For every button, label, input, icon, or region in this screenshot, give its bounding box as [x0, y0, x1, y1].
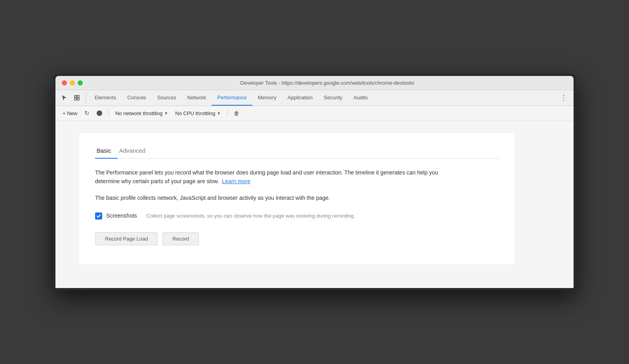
- content-card: Basic Advanced The Performance panel let…: [79, 133, 515, 265]
- description-text-2: The basic profile collects network, Java…: [95, 193, 444, 202]
- tab-application[interactable]: Application: [282, 90, 318, 106]
- cursor-icon[interactable]: [59, 92, 70, 103]
- screenshots-checkbox[interactable]: [95, 212, 102, 220]
- more-tabs-button[interactable]: ⋮: [557, 92, 570, 104]
- network-throttling-dropdown[interactable]: No network throttling ▼: [113, 109, 170, 118]
- tab-elements[interactable]: Elements: [89, 90, 122, 106]
- devtools-body: Elements Console Sources Network Perform…: [55, 90, 574, 288]
- window-title: Developer Tools - https://developers.goo…: [88, 80, 567, 86]
- main-area: Basic Advanced The Performance panel let…: [55, 121, 574, 288]
- separator-2: [227, 109, 227, 117]
- reload-icon: ↻: [84, 110, 90, 117]
- traffic-lights: [62, 80, 83, 85]
- svg-rect-1: [77, 95, 79, 97]
- devtools-window: Developer Tools - https://developers.goo…: [53, 74, 576, 291]
- reload-record-button[interactable]: ↻: [82, 108, 92, 118]
- inner-tabs-bar: Basic Advanced: [95, 144, 499, 159]
- separator-1: [109, 109, 109, 117]
- screenshots-option: Screenshots Collect page screenshots, so…: [95, 212, 499, 220]
- record-button[interactable]: [94, 109, 105, 117]
- new-recording-button[interactable]: + New: [60, 109, 80, 118]
- description-text-1: The Performance panel lets you record wh…: [95, 168, 444, 186]
- performance-toolbar: + New ↻ No network throttling ▼ No CPU t…: [55, 106, 574, 121]
- tab-advanced[interactable]: Advanced: [118, 144, 152, 159]
- learn-more-link[interactable]: Learn more: [222, 178, 251, 184]
- close-button[interactable]: [62, 80, 67, 85]
- tabs-bar: Elements Console Sources Network Perform…: [55, 90, 574, 106]
- tab-icons-group: [59, 92, 86, 103]
- trash-icon: 🗑: [234, 110, 239, 116]
- record-page-load-button[interactable]: Record Page Load: [95, 232, 158, 245]
- record-button-main[interactable]: Record: [162, 232, 199, 245]
- clear-recordings-button[interactable]: 🗑: [231, 109, 242, 118]
- screenshots-text-group: Screenshots Collect page screenshots, so…: [106, 212, 355, 220]
- tab-network[interactable]: Network: [182, 90, 212, 106]
- panel-tabs: Elements Console Sources Network Perform…: [89, 90, 557, 106]
- action-buttons-group: Record Page Load Record: [95, 232, 499, 245]
- screenshots-description: Collect page screenshots, so you can obs…: [147, 212, 355, 220]
- tab-audits[interactable]: Audits: [348, 90, 373, 106]
- tab-sources[interactable]: Sources: [152, 90, 182, 106]
- cpu-throttling-arrow-icon: ▼: [217, 111, 221, 116]
- tab-security[interactable]: Security: [318, 90, 348, 106]
- tab-basic[interactable]: Basic: [95, 144, 118, 159]
- window-titlebar: Developer Tools - https://developers.goo…: [55, 76, 574, 90]
- cpu-throttling-dropdown[interactable]: No CPU throttling ▼: [173, 109, 223, 118]
- record-circle-icon: [97, 110, 102, 116]
- minimize-button[interactable]: [70, 80, 75, 85]
- screenshots-label: Screenshots: [106, 212, 137, 219]
- svg-rect-3: [77, 98, 79, 100]
- maximize-button[interactable]: [78, 80, 83, 85]
- tab-performance[interactable]: Performance: [212, 90, 252, 106]
- tab-memory[interactable]: Memory: [252, 90, 282, 106]
- svg-rect-0: [74, 95, 76, 97]
- network-throttling-arrow-icon: ▼: [164, 111, 168, 116]
- svg-rect-2: [74, 98, 76, 100]
- inspect-icon[interactable]: [71, 92, 82, 103]
- tab-console[interactable]: Console: [122, 90, 152, 106]
